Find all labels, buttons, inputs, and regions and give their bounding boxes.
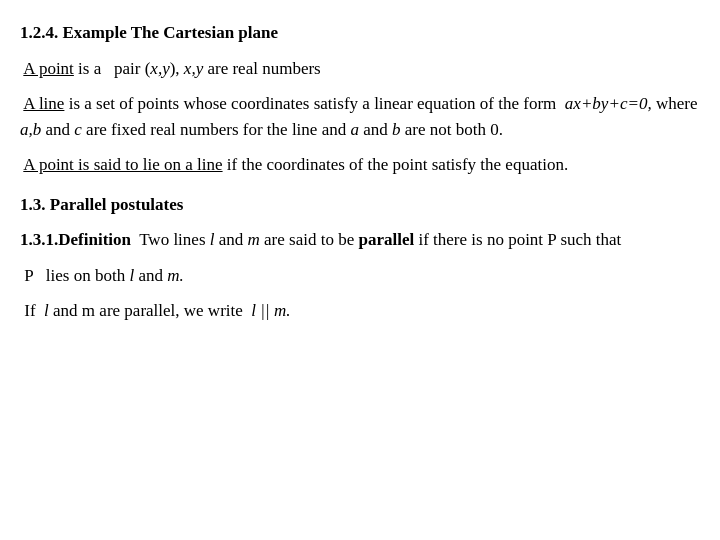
point-on-line-underline: A point is said to lie on a line (23, 155, 222, 174)
parallel-word: parallel (358, 230, 414, 249)
point-underline: A point (23, 59, 74, 78)
section-title-bold: 1.2.4. Example (20, 23, 127, 42)
section-1-3-title: 1.3. Parallel postulates (20, 192, 700, 218)
section-1-3-label: 1.3. Parallel postulates (20, 195, 183, 214)
section-title-rest: The Cartesian plane (127, 23, 278, 42)
line-definition: A line is a set of points whose coordina… (20, 91, 700, 142)
definition-label: 1.3.1.Definition (20, 230, 131, 249)
section-1-2-4: 1.2.4. Example The Cartesian plane A poi… (20, 20, 700, 178)
line-equation: ax+by+c=0, (565, 94, 652, 113)
p-lies-statement: P lies on both l and m. (20, 263, 700, 289)
if-parallel-statement: If l and m are parallel, we write l || m… (20, 298, 700, 324)
section-1-2-4-title: 1.2.4. Example The Cartesian plane (20, 20, 700, 46)
definition-1-3-1: 1.3.1.Definition Two lines l and m are s… (20, 227, 700, 253)
line-underline: A line (23, 94, 64, 113)
point-definition: A point is a pair (x,y), x,y are real nu… (20, 56, 700, 82)
section-1-3: 1.3. Parallel postulates 1.3.1.Definitio… (20, 192, 700, 324)
page-content: 1.2.4. Example The Cartesian plane A poi… (0, 0, 720, 358)
point-on-line-definition: A point is said to lie on a line if the … (20, 152, 700, 178)
